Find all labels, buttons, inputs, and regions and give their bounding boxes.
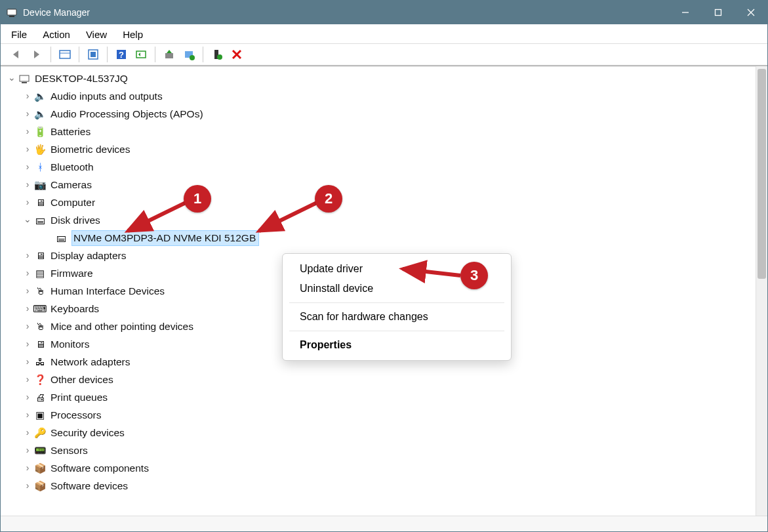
expand-arrow-icon[interactable] [22, 286, 33, 297]
expand-arrow-icon[interactable] [22, 321, 33, 332]
annotation-badge-3: 3 [460, 262, 488, 289]
tree-category[interactable]: 🔈Audio Processing Objects (APOs) [5, 105, 752, 123]
ctx-properties[interactable]: Properties [283, 335, 511, 355]
menu-help[interactable]: Help [115, 26, 151, 43]
tree-category[interactable]: 📦Software devices [5, 477, 752, 495]
update-driver-icon[interactable] [161, 46, 178, 63]
expand-arrow-icon[interactable] [22, 91, 33, 102]
expand-arrow-icon[interactable] [22, 268, 33, 279]
expand-arrow-icon[interactable] [22, 215, 33, 226]
category-icon [18, 72, 31, 85]
expand-arrow-icon[interactable] [22, 445, 33, 456]
scrollbar-thumb[interactable] [758, 69, 766, 279]
tree-category[interactable]: ❓Other devices [5, 371, 752, 388]
enable-device-icon[interactable] [209, 46, 226, 63]
tree-item-label: Software components [51, 462, 149, 474]
tree-category[interactable]: 📷Cameras [5, 176, 752, 194]
tree-item-label: Human Interface Devices [51, 285, 165, 297]
tree-item-label: Monitors [51, 338, 89, 350]
uninstall-device-icon[interactable] [180, 46, 197, 63]
maximize-button[interactable] [702, 1, 735, 24]
expand-arrow-icon[interactable] [22, 375, 33, 385]
forward-button[interactable] [28, 46, 45, 63]
tree-item-label: Computer [51, 197, 95, 209]
tree-item-label: Print queues [51, 392, 108, 403]
tree-item-label: Audio inputs and outputs [51, 91, 163, 102]
expand-arrow-icon[interactable] [22, 109, 33, 119]
disable-device-icon[interactable] [228, 46, 245, 63]
expand-arrow-icon[interactable] [22, 428, 33, 438]
expand-arrow-icon[interactable] [22, 180, 33, 190]
svg-line-29 [259, 202, 318, 231]
scan-icon[interactable] [132, 46, 150, 63]
svg-point-21 [217, 54, 222, 60]
category-icon: 🔋 [33, 125, 47, 138]
svg-rect-0 [7, 9, 16, 15]
statusbar [1, 516, 767, 531]
svg-rect-14 [136, 51, 146, 58]
expand-arrow-icon[interactable] [22, 197, 33, 208]
svg-point-19 [190, 55, 195, 60]
svg-rect-11 [91, 52, 96, 57]
tree-device[interactable]: 🖴NVMe OM3PDP3-AD NVMe KDI 512GB [5, 229, 752, 247]
menubar: File Action View Help [1, 24, 767, 44]
help-icon[interactable]: ? [113, 46, 130, 63]
menu-action[interactable]: Action [35, 26, 78, 43]
expand-arrow-icon[interactable] [22, 481, 33, 491]
expand-arrow-icon[interactable] [22, 162, 33, 173]
tree-item-label: Processors [51, 409, 102, 421]
close-button[interactable] [735, 1, 767, 24]
expand-arrow-icon[interactable] [6, 73, 18, 84]
tree-item-label: Sensors [51, 445, 88, 457]
back-button[interactable] [9, 46, 26, 63]
tree-item-label: Keyboards [51, 303, 99, 315]
titlebar[interactable]: Device Manager [1, 1, 767, 24]
expand-arrow-icon[interactable] [22, 463, 33, 474]
tree-category[interactable]: 🖐Biometric devices [5, 140, 752, 158]
expand-arrow-icon[interactable] [22, 410, 33, 420]
tree-category[interactable]: 🔑Security devices [5, 424, 752, 441]
category-icon: 🖱 [33, 285, 47, 298]
tree-category[interactable]: 📟Sensors [5, 441, 752, 459]
expand-arrow-icon[interactable] [22, 357, 33, 367]
properties-icon[interactable] [85, 46, 102, 63]
expand-arrow-icon[interactable] [22, 144, 33, 155]
tree-item-label: Batteries [51, 126, 91, 138]
tree-category[interactable]: 📦Software components [5, 459, 752, 477]
expand-arrow-icon[interactable] [22, 304, 33, 314]
expand-arrow-icon[interactable] [22, 127, 33, 137]
svg-rect-25 [22, 82, 27, 83]
tree-category[interactable]: 🖴Disk drives [5, 211, 752, 229]
ctx-scan-hardware[interactable]: Scan for hardware changes [283, 307, 511, 327]
vertical-scrollbar[interactable] [756, 66, 767, 516]
annotation-badge-2: 2 [315, 185, 342, 213]
toolbar: ? [1, 44, 767, 66]
tree-category[interactable]: 🔋Batteries [5, 123, 752, 140]
svg-rect-1 [9, 16, 14, 17]
show-hidden-icon[interactable] [56, 46, 73, 63]
category-icon: 📦 [33, 480, 47, 493]
svg-rect-16 [165, 53, 173, 58]
menu-view[interactable]: View [78, 26, 115, 43]
category-icon: 📦 [33, 462, 47, 475]
tree-root[interactable]: DESKTOP-4L537JQ [5, 70, 752, 87]
category-icon: 🖴 [33, 214, 47, 227]
tree-category[interactable]: ▣Processors [5, 406, 752, 424]
category-icon: 🖧 [33, 356, 47, 369]
category-icon: ⌨ [33, 302, 47, 316]
tree-category[interactable]: 🖥Computer [5, 194, 752, 211]
tree-category[interactable]: 🖨Print queues [5, 388, 752, 406]
app-icon [6, 7, 18, 18]
tree-item-label: Mice and other pointing devices [51, 321, 193, 333]
expand-arrow-icon[interactable] [22, 251, 33, 261]
svg-marker-15 [138, 52, 140, 56]
expand-arrow-icon[interactable] [22, 392, 33, 403]
expand-arrow-icon[interactable] [22, 339, 33, 350]
tree-item-label: Firmware [51, 268, 93, 279]
minimize-button[interactable] [669, 1, 702, 24]
category-icon: 🖨 [33, 391, 47, 404]
tree-category[interactable]: 🔈Audio inputs and outputs [5, 87, 752, 105]
tree-category[interactable]: ᚼBluetooth [5, 158, 752, 176]
menu-file[interactable]: File [3, 26, 35, 43]
tree-item-label: Network adapters [51, 356, 130, 368]
